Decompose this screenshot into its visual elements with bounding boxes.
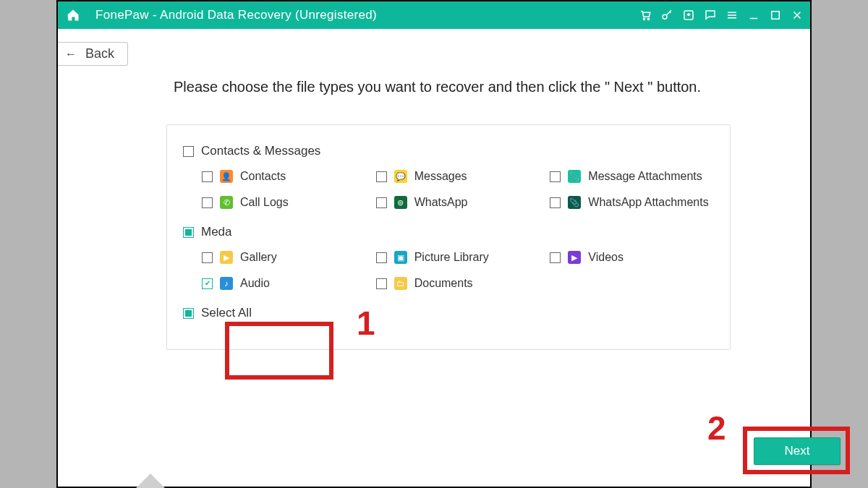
label: Messages [414,170,467,183]
label: Call Logs [240,196,289,209]
item-gallery[interactable]: ▶Gallery [202,251,362,264]
audio-icon: ♪ [220,277,233,290]
back-label: Back [85,46,114,61]
label: Picture Library [414,251,489,264]
annotation-number-2: 2 [707,408,726,448]
group-contacts-messages[interactable]: Contacts & Messages [183,144,710,158]
phone-icon: ✆ [220,196,233,209]
app-window: FonePaw - Android Data Recovery (Unregis… [58,1,810,487]
annotation-box-2 [743,427,850,474]
titlebar-icons [637,7,806,24]
wa-attach-icon: 📎 [568,196,581,209]
attach-icon: 📎 [568,170,581,183]
checkbox-select-all[interactable] [183,308,194,319]
label: Documents [414,277,473,290]
checkbox[interactable] [376,252,387,263]
label: Gallery [240,251,277,264]
documents-icon: 🗀 [394,277,407,290]
minimize-icon[interactable] [745,7,762,24]
maximize-icon[interactable] [767,7,784,24]
key-icon[interactable] [658,7,676,24]
cart-icon[interactable] [637,7,654,24]
item-picture-library[interactable]: ▣Picture Library [376,251,536,264]
contacts-cols: 👤Contacts ✆Call Logs 💬Messages ⊚WhatsApp… [187,170,710,209]
checkbox[interactable] [202,171,213,182]
close-icon[interactable] [788,7,806,24]
item-wa-attachments[interactable]: 📎WhatsApp Attachments [550,196,710,209]
back-row: ← Back [58,29,810,66]
label: WhatsApp Attachments [588,196,708,209]
item-msg-attachments[interactable]: 📎Message Attachments [550,170,710,183]
group-select-all[interactable]: Select All [183,306,710,320]
group-label: Contacts & Messages [201,144,320,158]
item-call-logs[interactable]: ✆Call Logs [202,196,362,209]
checkbox[interactable] [550,171,561,182]
whatsapp-icon: ⊚ [394,196,407,209]
item-videos[interactable]: ▶Videos [550,251,710,264]
group-media[interactable]: Meda [183,225,710,239]
panel-wrap: Contacts & Messages 👤Contacts ✆Call Logs… [58,95,810,350]
label: Videos [588,251,624,264]
gallery-icon: ▶ [220,251,233,264]
item-whatsapp[interactable]: ⊚WhatsApp [376,196,536,209]
checkbox-audio[interactable] [202,278,213,289]
checkbox[interactable] [376,171,387,182]
svg-rect-4 [772,12,780,20]
contacts-icon: 👤 [220,170,233,183]
item-documents[interactable]: 🗀Documents [376,277,536,290]
media-cols: ▶Gallery ♪Audio ▣Picture Library 🗀Docume… [187,251,710,290]
group-label: Select All [201,306,252,320]
titlebar: FonePaw - Android Data Recovery (Unregis… [58,1,810,29]
label: Contacts [240,170,286,183]
app-title: FonePaw - Android Data Recovery (Unregis… [95,8,637,22]
item-messages[interactable]: 💬Messages [376,170,536,183]
annotation-number-1: 1 [357,304,375,343]
checkbox[interactable] [202,252,213,263]
home-icon[interactable] [62,8,84,22]
instruction-text: Please choose the file types you want to… [58,66,810,95]
svg-point-1 [647,18,649,20]
checkbox-contacts-messages[interactable] [183,146,194,157]
back-button[interactable]: ← Back [58,42,128,66]
menu-icon[interactable] [723,7,741,24]
update-icon[interactable] [680,7,697,24]
picture-icon: ▣ [394,251,407,264]
annotation-box-1 [225,322,333,380]
item-contacts[interactable]: 👤Contacts [202,170,362,183]
feedback-icon[interactable] [702,7,719,24]
videos-icon: ▶ [568,251,581,264]
label: Audio [240,277,270,290]
svg-point-2 [663,14,667,19]
messages-icon: 💬 [394,170,407,183]
checkbox[interactable] [376,197,387,208]
outer-frame: FonePaw - Android Data Recovery (Unregis… [56,0,812,488]
checkbox[interactable] [202,197,213,208]
back-arrow-icon: ← [65,48,77,61]
checkbox-media[interactable] [183,227,194,238]
checkbox[interactable] [376,278,387,289]
checkbox[interactable] [550,252,561,263]
checkbox[interactable] [550,197,561,208]
svg-point-0 [643,18,644,20]
item-audio[interactable]: ♪Audio [202,277,362,290]
label: Message Attachments [588,170,702,183]
file-type-panel: Contacts & Messages 👤Contacts ✆Call Logs… [166,124,731,350]
label: WhatsApp [414,196,468,209]
group-label: Meda [201,225,232,239]
